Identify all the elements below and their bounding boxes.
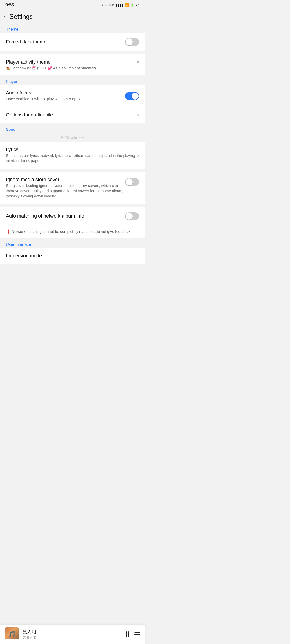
auto-matching-title: Auto matching of network album info (6, 213, 125, 219)
lyrics-title: Lyrics (6, 147, 137, 152)
battery-icon: 🔋 (130, 3, 135, 7)
immersion-mode-row[interactable]: Immersion mode (0, 248, 145, 264)
lyrics-content: Lyrics Set status bar lyrics, network ly… (6, 147, 137, 164)
audiophile-content: Options for audiophile (6, 112, 137, 118)
player-activity-theme-subtitle: 🍉Light flowing🍧 (2021 💕 As a souvenir of… (6, 66, 135, 70)
divider-3 (0, 204, 145, 207)
toggle-knob-media (126, 178, 133, 185)
audio-focus-subtitle: Once enabled, it will not play with othe… (6, 97, 125, 102)
forced-dark-theme-content: Forced dark theme (6, 39, 125, 45)
audiophile-row[interactable]: Options for audiophile › (0, 107, 145, 123)
signal-icon: ▮▮▮▮ (116, 3, 123, 7)
chevron-right-icon: › (137, 112, 139, 118)
warning-icon: ❗ (6, 229, 10, 234)
audio-focus-title: Audio focus (6, 90, 125, 96)
player-activity-theme-content: Player activity theme 🍉Light flowing🍧 (2… (6, 59, 135, 70)
auto-matching-toggle[interactable] (125, 212, 139, 220)
network-warning-row: ❗ Network matching cannot be completely … (0, 225, 145, 239)
status-icons: 0.8K HD ▮▮▮▮ 📶 🔋 91 (101, 3, 140, 7)
audio-focus-row[interactable]: Audio focus Once enabled, it will not pl… (0, 85, 145, 107)
warning-message: Network matching cannot be completely ma… (12, 229, 130, 234)
watermark: K73数优品.com (0, 133, 145, 142)
forced-dark-theme-row[interactable]: Forced dark theme (0, 33, 145, 51)
audio-focus-toggle[interactable] (125, 92, 139, 100)
immersion-mode-content: Immersion mode (6, 253, 139, 259)
toggle-knob-auto (126, 213, 133, 220)
forced-dark-theme-toggle[interactable] (125, 38, 139, 46)
header: ‹ Settings (0, 9, 145, 23)
immersion-mode-title: Immersion mode (6, 253, 139, 259)
toggle-knob-audio (132, 93, 139, 100)
toggle-knob (126, 38, 133, 45)
page-title: Settings (9, 13, 33, 20)
back-button[interactable]: ‹ (4, 13, 6, 20)
forced-dark-theme-title: Forced dark theme (6, 39, 125, 45)
status-bar: 9:55 0.8K HD ▮▮▮▮ 📶 🔋 91 (0, 0, 145, 9)
audio-focus-content: Audio focus Once enabled, it will not pl… (6, 90, 125, 102)
chevron-right-lyrics-icon: › (137, 152, 139, 158)
divider-1 (0, 51, 145, 54)
audiophile-title: Options for audiophile (6, 112, 137, 118)
network-warning-text: ❗ Network matching cannot be completely … (6, 229, 139, 235)
ignore-media-content: Ignore media store cover Song cover load… (6, 177, 125, 199)
wifi-icon: 📶 (125, 3, 129, 7)
player-activity-theme-row[interactable]: Player activity theme 🍉Light flowing🍧 (2… (0, 54, 145, 75)
lyrics-subtitle: Set status bar lyrics, network lyrics, e… (6, 153, 137, 164)
hd-icon: HD (109, 3, 114, 7)
status-time: 9:55 (5, 3, 14, 8)
auto-matching-content: Auto matching of network album info (6, 213, 125, 219)
ignore-media-row[interactable]: Ignore media store cover Song cover load… (0, 172, 145, 204)
ignore-media-title: Ignore media store cover (6, 177, 125, 182)
chevron-down-icon: ▾ (137, 59, 139, 64)
ignore-media-toggle[interactable] (125, 178, 139, 186)
battery-level: 91 (136, 3, 140, 7)
auto-matching-row[interactable]: Auto matching of network album info (0, 207, 145, 225)
player-activity-theme-title: Player activity theme (6, 59, 135, 65)
section-theme-label: Theme (0, 23, 145, 33)
settings-content: Theme Forced dark theme Player activity … (0, 23, 145, 285)
ignore-media-subtitle: Song cover loading ignores system media … (6, 183, 125, 199)
network-speed: 0.8K (101, 3, 108, 7)
section-song-label: Song (0, 123, 145, 133)
section-player-label: Player (0, 75, 145, 85)
lyrics-row[interactable]: Lyrics Set status bar lyrics, network ly… (0, 142, 145, 169)
section-ui-label: User interface (0, 238, 145, 248)
divider-2 (0, 169, 145, 172)
